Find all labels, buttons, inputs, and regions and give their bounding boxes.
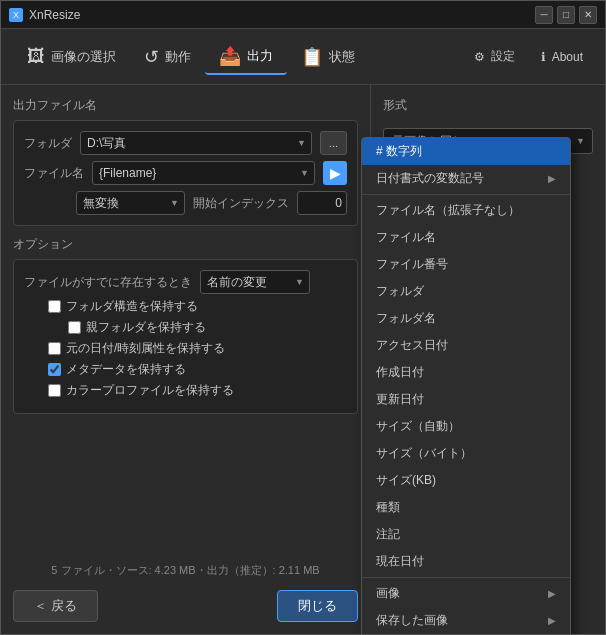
dropdown-menu: # 数字列 日付書式の変数記号 ▶ ファイル名（拡張子なし） ファイル名 ファイ… — [361, 137, 571, 634]
main-window: X XnResize ─ □ ✕ 🖼 画像の選択 ↺ 動作 📤 出力 📋 状態 — [0, 0, 606, 635]
output-file-box: フォルダ D:\写真 ... ファイル名 {Filename} ▶ — [13, 120, 358, 226]
keep-folder-label[interactable]: フォルダ構造を保持する — [48, 298, 198, 315]
menu-item-filename-no-ext[interactable]: ファイル名（拡張子なし） — [362, 197, 570, 224]
menu-item-size-bytes-label: サイズ（バイト） — [376, 445, 472, 462]
menu-item-image[interactable]: 画像 ▶ — [362, 580, 570, 607]
menu-item-access-date-label: アクセス日付 — [376, 337, 448, 354]
menu-item-type-label: 種類 — [376, 499, 400, 516]
status-text: 5 ファイル・ソース: 4.23 MB・出力（推定）: 2.11 MB — [13, 557, 358, 584]
menu-item-filename[interactable]: ファイル名 — [362, 224, 570, 251]
menu-item-folder[interactable]: フォルダ — [362, 278, 570, 305]
conflict-select[interactable]: 名前の変更上書きスキップ — [200, 270, 310, 294]
menu-item-num-sequence[interactable]: # 数字列 — [362, 138, 570, 165]
keep-metadata-row: メタデータを保持する — [24, 361, 347, 378]
menu-item-folder-name[interactable]: フォルダ名 — [362, 305, 570, 332]
about-button[interactable]: ℹ About — [531, 44, 593, 70]
keep-parent-row: 親フォルダを保持する — [24, 319, 347, 336]
menu-item-filename-label: ファイル名 — [376, 229, 436, 246]
folder-select[interactable]: D:\写真 — [80, 131, 312, 155]
keep-metadata-label[interactable]: メタデータを保持する — [48, 361, 186, 378]
menu-divider-2 — [362, 577, 570, 578]
bottom-buttons: ＜ 戻る 閉じる — [13, 584, 358, 622]
motion-icon: ↺ — [144, 46, 159, 68]
keep-datetime-label[interactable]: 元の日付/時刻属性を保持する — [48, 340, 225, 357]
menu-item-saved-image[interactable]: 保存した画像 ▶ — [362, 607, 570, 634]
menu-item-size-kb-label: サイズ(KB) — [376, 472, 436, 489]
format-title: 形式 — [383, 97, 593, 114]
main-content: 出力ファイル名 フォルダ D:\写真 ... ファイル名 {Fil — [1, 85, 605, 634]
saved-image-submenu-arrow-icon: ▶ — [548, 615, 556, 626]
menu-item-size-kb[interactable]: サイズ(KB) — [362, 467, 570, 494]
menu-item-size-auto[interactable]: サイズ（自動） — [362, 413, 570, 440]
keep-folder-checkbox[interactable] — [48, 300, 61, 313]
filename-label: ファイル名 — [24, 165, 84, 182]
menu-divider-1 — [362, 194, 570, 195]
menu-item-creation-date[interactable]: 作成日付 — [362, 359, 570, 386]
about-icon: ℹ — [541, 50, 546, 64]
output-file-title: 出力ファイル名 — [13, 97, 358, 114]
settings-icon: ⚙ — [474, 50, 485, 64]
maximize-button[interactable]: □ — [557, 6, 575, 24]
keep-parent-checkbox[interactable] — [68, 321, 81, 334]
keep-parent-label[interactable]: 親フォルダを保持する — [68, 319, 206, 336]
filename-select[interactable]: {Filename} — [92, 161, 315, 185]
image-select-icon: 🖼 — [27, 46, 45, 67]
case-select[interactable]: 無変換小文字大文字 — [76, 191, 185, 215]
tab-output[interactable]: 📤 出力 — [205, 39, 287, 75]
tab-motion-label: 動作 — [165, 48, 191, 66]
tab-image-select-label: 画像の選択 — [51, 48, 116, 66]
keep-folder-row: フォルダ構造を保持する — [24, 298, 347, 315]
menu-item-date-format-label: 日付書式の変数記号 — [376, 170, 484, 187]
options-box: ファイルがすでに存在するとき 名前の変更上書きスキップ フォルダ構造を保持する — [13, 259, 358, 414]
close-button-main[interactable]: 閉じる — [277, 590, 358, 622]
menu-item-current-date[interactable]: 現在日付 — [362, 548, 570, 575]
toolbar-right: ⚙ 設定 ℹ About — [464, 42, 593, 71]
menu-item-creation-date-label: 作成日付 — [376, 364, 424, 381]
toolbar: 🖼 画像の選択 ↺ 動作 📤 出力 📋 状態 ⚙ 設定 ℹ About — [1, 29, 605, 85]
keep-colorprofile-label[interactable]: カラープロファイルを保持する — [48, 382, 234, 399]
menu-item-modified-date-label: 更新日付 — [376, 391, 424, 408]
tab-output-label: 出力 — [247, 47, 273, 65]
menu-item-type[interactable]: 種類 — [362, 494, 570, 521]
menu-item-saved-image-label: 保存した画像 — [376, 612, 448, 629]
menu-item-modified-date[interactable]: 更新日付 — [362, 386, 570, 413]
minimize-button[interactable]: ─ — [535, 6, 553, 24]
menu-item-access-date[interactable]: アクセス日付 — [362, 332, 570, 359]
filename-row: ファイル名 {Filename} ▶ — [24, 161, 347, 185]
title-bar-left: X XnResize — [9, 8, 80, 22]
start-index-input[interactable]: 0 — [297, 191, 347, 215]
menu-item-comment[interactable]: 注記 — [362, 521, 570, 548]
settings-label: 設定 — [491, 48, 515, 65]
folder-row: フォルダ D:\写真 ... — [24, 131, 347, 155]
tab-motion[interactable]: ↺ 動作 — [130, 40, 205, 74]
close-button[interactable]: ✕ — [579, 6, 597, 24]
keep-colorprofile-checkbox[interactable] — [48, 384, 61, 397]
menu-item-size-auto-label: サイズ（自動） — [376, 418, 460, 435]
title-bar: X XnResize ─ □ ✕ — [1, 1, 605, 29]
filename-arrow-button[interactable]: ▶ — [323, 161, 347, 185]
settings-button[interactable]: ⚙ 設定 — [464, 42, 525, 71]
back-button[interactable]: ＜ 戻る — [13, 590, 98, 622]
keep-datetime-checkbox[interactable] — [48, 342, 61, 355]
keep-datetime-row: 元の日付/時刻属性を保持する — [24, 340, 347, 357]
about-label: About — [552, 50, 583, 64]
menu-item-size-bytes[interactable]: サイズ（バイト） — [362, 440, 570, 467]
output-icon: 📤 — [219, 45, 241, 67]
menu-item-folder-label: フォルダ — [376, 283, 424, 300]
filename-select-wrapper: {Filename} — [92, 161, 315, 185]
title-bar-controls: ─ □ ✕ — [535, 6, 597, 24]
browse-button[interactable]: ... — [320, 131, 347, 155]
case-select-wrapper: 無変換小文字大文字 — [76, 191, 185, 215]
window-title: XnResize — [29, 8, 80, 22]
conflict-row: ファイルがすでに存在するとき 名前の変更上書きスキップ — [24, 270, 347, 294]
tab-image-select[interactable]: 🖼 画像の選択 — [13, 40, 130, 73]
menu-item-current-date-label: 現在日付 — [376, 553, 424, 570]
menu-item-date-format[interactable]: 日付書式の変数記号 ▶ — [362, 165, 570, 192]
menu-item-num-sequence-label: # 数字列 — [376, 143, 422, 160]
keep-colorprofile-row: カラープロファイルを保持する — [24, 382, 347, 399]
conflict-label: ファイルがすでに存在するとき — [24, 274, 192, 291]
menu-item-file-number[interactable]: ファイル番号 — [362, 251, 570, 278]
conflict-select-wrapper: 名前の変更上書きスキップ — [200, 270, 310, 294]
keep-metadata-checkbox[interactable] — [48, 363, 61, 376]
tab-status[interactable]: 📋 状態 — [287, 40, 369, 74]
